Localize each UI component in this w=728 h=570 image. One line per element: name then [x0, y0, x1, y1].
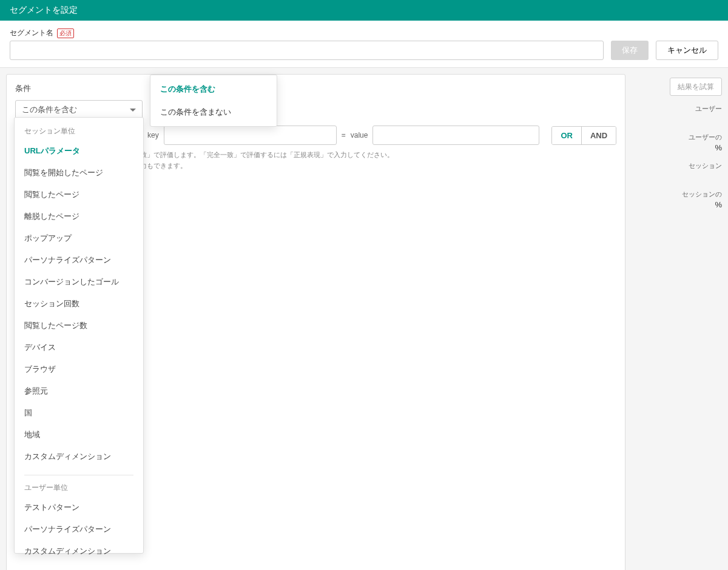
page-title: セグメントを設定: [10, 5, 78, 15]
segment-name-label-row: セグメント名 必須: [10, 28, 604, 38]
condition-type-option[interactable]: ポップアップ: [15, 227, 143, 249]
condition-type-option[interactable]: コンバージョンしたゴール: [15, 271, 143, 293]
key-label: key: [147, 131, 159, 139]
condition-type-option[interactable]: 参照元: [15, 380, 143, 402]
toolbar: セグメント名 必須 保存 キャンセル: [0, 21, 728, 68]
condition-type-option[interactable]: URLパラメータ: [15, 140, 143, 162]
metric-label: ユーザーの: [633, 133, 722, 142]
condition-type-option[interactable]: パーソナライズパターン: [15, 518, 143, 540]
and-button[interactable]: AND: [582, 127, 616, 144]
metric-label: ユーザー: [633, 104, 722, 113]
condition-type-option[interactable]: パーソナライズパターン: [15, 249, 143, 271]
metric-item: ユーザー: [633, 104, 722, 124]
segment-name-input[interactable]: [10, 41, 604, 60]
condition-type-option[interactable]: 離脱したページ: [15, 206, 143, 227]
key-input[interactable]: [164, 126, 337, 145]
dropdown-group-title: セッション単位: [15, 119, 143, 140]
metric-value: %: [633, 200, 722, 210]
condition-type-option[interactable]: 国: [15, 402, 143, 424]
condition-type-option[interactable]: セッション回数: [15, 293, 143, 315]
condition-type-option[interactable]: カスタムディメンション: [15, 540, 143, 562]
metric-value: [633, 115, 722, 124]
condition-include-option[interactable]: この条件を含む: [150, 78, 277, 101]
page-header: セグメントを設定: [0, 0, 728, 21]
equals-sign: =: [342, 131, 346, 139]
segment-name-label: セグメント名: [10, 28, 53, 38]
metric-item: セッションの%: [633, 190, 722, 210]
calculate-button[interactable]: 結果を試算: [670, 78, 722, 96]
condition-type-option[interactable]: 閲覧したページ: [15, 184, 143, 206]
condition-type-option[interactable]: 地域: [15, 424, 143, 446]
required-badge: 必須: [57, 29, 74, 38]
metric-value: [633, 172, 722, 181]
logic-button-group: OR AND: [551, 126, 616, 145]
value-label: value: [351, 131, 368, 139]
side-panel: 結果を試算 ユーザーユーザーの%セッションセッションの%: [633, 74, 722, 570]
conditions-title: 条件: [15, 83, 616, 94]
metric-item: ユーザーの%: [633, 133, 722, 153]
segment-name-field: セグメント名 必須: [10, 28, 604, 60]
condition-type-option[interactable]: カスタムディメンション: [15, 446, 143, 468]
metric-value: %: [633, 143, 722, 153]
condition-type-dropdown: セッション単位URLパラメータ閲覧を開始したページ閲覧したページ離脱したページポ…: [14, 117, 144, 554]
condition-type-option[interactable]: デバイス: [15, 337, 143, 358]
condition-type-option[interactable]: テストパターン: [15, 497, 143, 518]
chevron-down-icon: [130, 109, 136, 112]
condition-include-dropdown: この条件を含むこの条件を含まない: [150, 75, 277, 127]
cancel-button[interactable]: キャンセル: [656, 41, 718, 60]
or-button[interactable]: OR: [552, 127, 582, 144]
metric-item: セッション: [633, 161, 722, 181]
content-wrapper: 条件 この条件を含む URLパラメータ key = value OR AND ※…: [0, 68, 728, 570]
condition-type-option[interactable]: 閲覧したページ数: [15, 315, 143, 337]
dropdown-group-title: ユーザー単位: [15, 468, 143, 497]
condition-include-option[interactable]: この条件を含まない: [150, 101, 277, 124]
conditions-panel: 条件 この条件を含む URLパラメータ key = value OR AND ※…: [6, 74, 625, 570]
condition-include-value: この条件を含む: [22, 104, 77, 115]
metric-label: セッション: [633, 161, 722, 170]
value-input[interactable]: [372, 126, 539, 145]
condition-type-option[interactable]: 閲覧を開始したページ: [15, 162, 143, 184]
save-button[interactable]: 保存: [611, 41, 649, 60]
condition-type-option[interactable]: ブラウザ: [15, 358, 143, 380]
metric-label: セッションの: [633, 190, 722, 199]
